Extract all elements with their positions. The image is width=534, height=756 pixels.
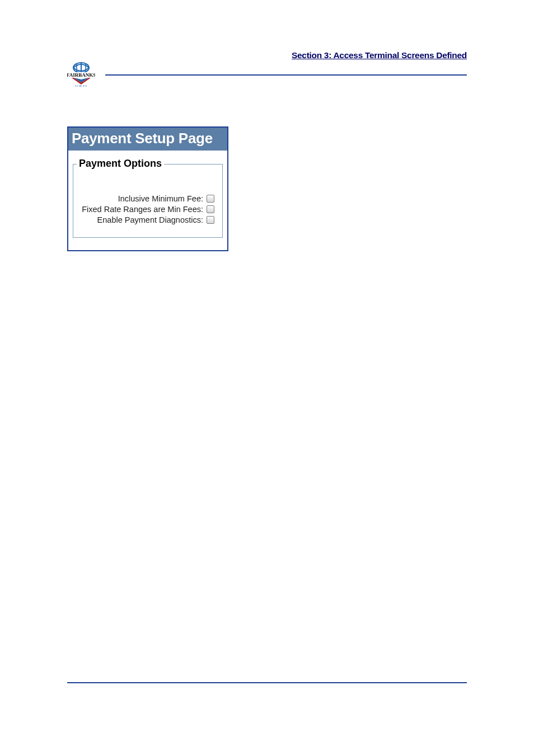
option-row-inclusive-minimum-fee: Inclusive Minimum Fee: (79, 194, 217, 203)
fieldset-legend: Payment Options (77, 158, 164, 170)
option-row-fixed-rate-ranges: Fixed Rate Ranges are Min Fees: (79, 205, 217, 214)
logo-text: FAIRBANKS (67, 72, 95, 78)
section-title: Section 3: Access Terminal Screens Defin… (292, 50, 467, 60)
panel-body: Payment Options Inclusive Minimum Fee: F… (68, 151, 227, 250)
option-label: Inclusive Minimum Fee: (118, 194, 203, 203)
option-label: Fixed Rate Ranges are Min Fees: (82, 205, 203, 214)
panel-title: Payment Setup Page (68, 128, 227, 151)
option-label: Enable Payment Diagnostics: (97, 215, 203, 224)
fairbanks-logo: FAIRBANKS SCALES (67, 61, 95, 88)
payment-setup-panel: Payment Setup Page Payment Options Inclu… (67, 126, 228, 251)
page-header: FAIRBANKS SCALES Section 3: Access Termi… (67, 60, 467, 88)
option-row-enable-diagnostics: Enable Payment Diagnostics: (79, 215, 217, 224)
document-page: FAIRBANKS SCALES Section 3: Access Termi… (0, 0, 534, 756)
footer-rule (67, 682, 467, 683)
logo-subtext: SCALES (75, 84, 87, 87)
payment-options-fieldset: Payment Options Inclusive Minimum Fee: F… (73, 164, 223, 238)
checkbox-inclusive-minimum-fee[interactable] (207, 195, 214, 203)
checkbox-enable-diagnostics[interactable] (207, 216, 214, 224)
header-rule (105, 74, 467, 76)
checkbox-fixed-rate-ranges[interactable] (207, 205, 214, 213)
